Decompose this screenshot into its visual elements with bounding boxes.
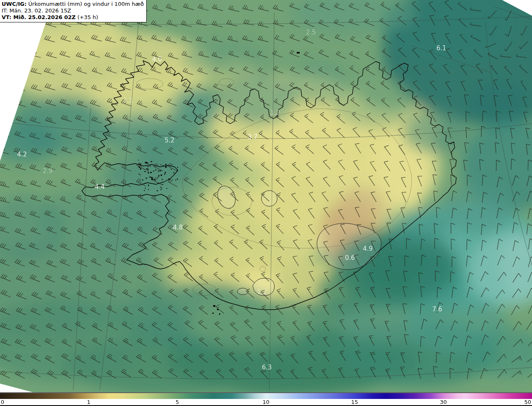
precip-value-label: 4.8 [173,224,183,231]
weather-chart-screenshot: 4.06.12.52.11.25.23.74.22.94.44.84.90.61… [0,0,532,406]
precip-value-label: 5.2 [165,137,175,144]
islet [155,169,156,170]
title-box: UWC/IG: Úrkomumætti (mm) og vindur i 100… [0,0,147,22]
field-region [187,299,312,349]
islet [177,179,178,180]
colorbar: 01510153050 [0,393,532,406]
islet [146,169,148,169]
model-tag: UWC/IG: [2,1,27,7]
precip-value-label: 3.7 [248,133,258,141]
islet [138,174,139,174]
precip-value-label: 4.0 [152,56,162,63]
islet [158,175,159,177]
islet [175,180,176,181]
islet [145,162,147,163]
colorbar-tick-label: 30 [440,399,447,405]
islet [145,188,146,189]
islet [148,185,149,186]
product-title-line: UWC/IG: Úrkomumætti (mm) og vindur i 100… [2,1,144,7]
islet [161,174,162,176]
islet [160,187,161,188]
islet [140,168,141,170]
islet [165,164,167,165]
islet [158,170,159,171]
valid-time: VT: Mið. 25.02.2026 02Z [2,14,76,20]
islet [151,161,153,162]
islet [154,179,155,180]
islet [149,177,151,178]
islet [177,167,178,168]
islet [144,171,146,172]
lead-time: (+35 h) [76,14,98,20]
precip-value-label: 1.2 [270,109,280,117]
islet [148,185,149,186]
islet [164,173,165,175]
precip-value-label: 4.4 [95,183,105,191]
field-region [466,79,532,129]
islet [160,164,161,165]
island-vestmannaeyjar [212,313,214,314]
precip-value-label: 2.9 [43,167,53,175]
islet [168,179,170,180]
field-region [382,208,449,249]
island-vestmannaeyjar [213,305,215,307]
islet [143,179,143,181]
islet [148,173,149,174]
precip-value-label: 1.2 [257,288,267,296]
islet [160,171,161,171]
islet [157,191,158,191]
precip-value-label: 6.3 [262,364,272,371]
field-region [87,199,187,266]
colorbar-tick-labels: 01510153050 [0,399,532,406]
field-region [183,42,266,75]
precip-value-label: 7.6 [432,306,442,313]
colorbar-tick-label: 5 [176,399,179,405]
colorbar-tick-label: 0 [1,399,4,405]
islet [161,188,162,189]
islet [146,178,147,179]
islet [151,179,153,180]
product-title: Úrkomumætti (mm) og vindur i 100m hæð [27,1,144,7]
islet [138,160,139,161]
precip-value-label: 0.6 [345,254,355,262]
island-vestmannaeyjar [219,313,220,315]
colorbar-tick-label: 50 [524,399,531,405]
island-grimsey [297,52,300,54]
islet [171,169,172,170]
islet [151,177,153,178]
glacier-hofsjokull [261,191,277,206]
islet [145,183,146,183]
field-region [337,187,387,228]
precip-value-label: 4.9 [363,245,373,252]
islet [166,188,167,189]
islet [162,179,163,180]
islet [163,165,163,166]
islet [174,172,175,174]
precip-value-label: 2.1 [123,97,133,104]
islet [140,174,140,175]
islet [148,189,149,190]
precip-value-label: 4.2 [17,151,27,158]
valid-time-line: VT: Mið. 25.02.2026 02Z (+35 h) [2,14,144,21]
colorbar-gradient [0,393,532,399]
colorbar-tick-label: 15 [351,399,358,405]
colorbar-tick-label: 10 [263,399,270,405]
islet [147,166,148,167]
islet [150,166,151,166]
field-region [441,183,515,232]
islet [158,177,158,178]
islet [160,189,161,190]
precip-value-label: 2.5 [306,29,316,36]
init-time-line: IT: Mán. 23. 02. 2026 15Z [2,7,144,14]
islet [165,172,166,174]
islet [165,166,167,168]
colorbar-tick-label: 1 [87,399,90,405]
precip-value-label: 6.1 [436,44,446,52]
map-canvas: 4.06.12.52.11.25.23.74.22.94.44.84.90.61… [0,0,532,393]
field-region [170,87,220,129]
islet [144,190,145,191]
islet [148,171,149,172]
islet [150,172,152,173]
islet [153,171,154,171]
